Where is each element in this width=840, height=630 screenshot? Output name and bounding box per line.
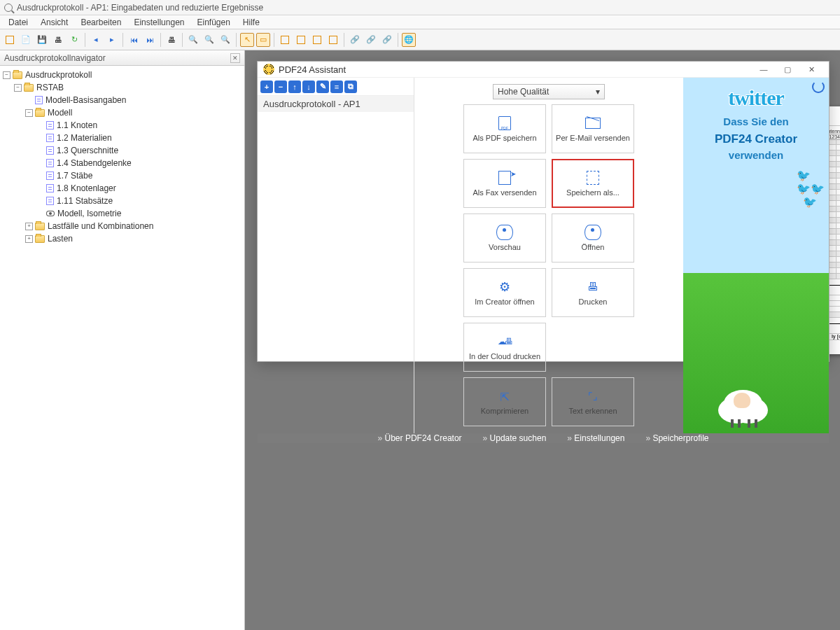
dialog-actions: Hohe Qualität▾ Als PDF speichern Per E-M…	[414, 78, 683, 433]
tb-doc4-icon[interactable]	[326, 33, 340, 47]
pdf24-dialog: PDF24 Assistant — ▢ ✕ + − ↑ ↓ ✎ ≡ ⧉ Ausd…	[257, 61, 830, 362]
tb-first-icon[interactable]: ◂	[89, 33, 103, 47]
tb-cursor-icon[interactable]: ↖	[240, 33, 254, 47]
save-as-icon	[584, 170, 601, 186]
tb-zoom-out-icon[interactable]: 🔍	[218, 33, 232, 47]
tree-lastfaelle[interactable]: +Lastfälle und Kombinationen	[1, 220, 243, 232]
tb-skip-back-icon[interactable]: ⏮	[127, 33, 141, 47]
menu-datei[interactable]: Datei	[3, 16, 34, 29]
app-icon	[4, 4, 13, 12]
tb-doc1-icon[interactable]	[278, 33, 292, 47]
tree-item[interactable]: 1.3 Querschnitte	[1, 144, 243, 157]
tb-zoom-in-icon[interactable]: 🔍	[202, 33, 216, 47]
close-button[interactable]: ✕	[799, 62, 823, 77]
tree-item[interactable]: 1.4 Stabendgelenke	[1, 157, 243, 169]
chevron-down-icon: ▾	[596, 87, 600, 97]
menu-hilfe[interactable]: Hilfe	[237, 16, 265, 29]
document-list-item[interactable]: Ausdruckprotokoll - AP1	[258, 96, 414, 112]
dialog-sidebar: + − ↑ ↓ ✎ ≡ ⧉ Ausdruckprotokoll - AP1	[258, 78, 414, 433]
window-title: Ausdruckprotokoll - AP1: Eingabedaten un…	[17, 3, 263, 13]
navigator-panel: Ausdruckprotokollnavigator ✕ −Ausdruckpr…	[0, 50, 245, 630]
mail-icon	[584, 115, 601, 131]
add-icon[interactable]: +	[260, 80, 273, 93]
tree-root[interactable]: −Ausdruckprotokoll	[1, 69, 243, 81]
quality-select[interactable]: Hohe Qualität▾	[493, 84, 605, 99]
menu-einstellungen[interactable]: Einstellungen	[128, 16, 190, 29]
tree-rstab[interactable]: −RSTAB	[1, 81, 243, 94]
footer-profiles[interactable]: Speicherprofile	[645, 433, 708, 443]
minimize-button[interactable]: —	[752, 62, 776, 77]
tile-cloud-print[interactable]: In der Cloud drucken	[463, 323, 546, 372]
remove-icon[interactable]: −	[274, 80, 287, 93]
tb-save-icon[interactable]: 💾	[35, 33, 49, 47]
twitter-logo: twitter	[683, 78, 829, 110]
menu-einfuegen[interactable]: Einfügen	[191, 16, 235, 29]
tree-lasten[interactable]: +Lasten	[1, 232, 243, 245]
tb-zoom-fit-icon[interactable]: 🔍	[186, 33, 200, 47]
tile-email[interactable]: Per E-Mail versenden	[552, 104, 634, 153]
tile-creator[interactable]: Im Creator öffnen	[463, 268, 546, 317]
tb-refresh-icon[interactable]: ↻	[67, 33, 81, 47]
pdf24-logo-icon	[263, 64, 274, 75]
pdf-icon	[496, 115, 513, 131]
tb-skip-fwd-icon[interactable]: ⏭	[143, 33, 157, 47]
promo-panel: twitter Dass Sie den PDF24 Creator verwe…	[683, 78, 829, 433]
tile-compress[interactable]: Komprimieren	[463, 377, 546, 426]
open-icon	[584, 225, 601, 240]
down-icon[interactable]: ↓	[302, 80, 315, 93]
tree-modell-basis[interactable]: Modell-Basisangaben	[1, 94, 243, 106]
tb-print2-icon[interactable]: 🖶	[164, 33, 178, 47]
tree-item[interactable]: 1.11 Stabsätze	[1, 195, 243, 207]
maximize-button[interactable]: ▢	[776, 62, 799, 77]
main-toolbar: 📄 💾 🖶 ↻ ◂ ▸ ⏮ ⏭ 🖶 🔍 🔍 🔍 ↖ ▭ 🔗 🔗 🔗 🌐	[0, 29, 840, 50]
menu-bearbeiten[interactable]: Bearbeiten	[75, 16, 127, 29]
sheep-mascot-icon	[718, 389, 767, 428]
tb-link3-icon[interactable]: 🔗	[380, 33, 394, 47]
dialog-footer: Über PDF24 Creator Update suchen Einstel…	[258, 433, 829, 443]
tb-new-icon[interactable]	[3, 33, 17, 47]
navigator-close-icon[interactable]: ✕	[230, 53, 240, 63]
tb-globe-icon[interactable]: 🌐	[402, 33, 416, 47]
footer-settings[interactable]: Einstellungen	[567, 433, 624, 443]
tb-link2-icon[interactable]: 🔗	[364, 33, 378, 47]
tile-ocr[interactable]: Text erkennen	[552, 377, 634, 426]
menu-bar: Datei Ansicht Bearbeiten Einstellungen E…	[0, 15, 840, 29]
ocr-icon	[584, 388, 601, 404]
promo-text: Dass Sie den PDF24 Creator verwenden	[683, 114, 829, 164]
tile-print[interactable]: Drucken	[552, 268, 634, 317]
fax-icon	[496, 170, 513, 186]
preview-icon	[496, 225, 513, 240]
tile-preview[interactable]: Vorschau	[463, 214, 546, 262]
footer-about[interactable]: Über PDF24 Creator	[378, 433, 462, 443]
window-title-bar: Ausdruckprotokoll - AP1: Eingabedaten un…	[0, 0, 840, 15]
tree-item[interactable]: 1.7 Stäbe	[1, 169, 243, 182]
tb-play-icon[interactable]: ▸	[105, 33, 119, 47]
tb-open-icon[interactable]: 📄	[19, 33, 33, 47]
tile-open[interactable]: Öffnen	[552, 214, 634, 262]
tile-save-pdf[interactable]: Als PDF speichern	[463, 104, 546, 153]
tb-print-icon[interactable]: 🖶	[51, 33, 65, 47]
up-icon[interactable]: ↑	[288, 80, 301, 93]
tree-item[interactable]: 1.1 Knoten	[1, 119, 243, 132]
tb-select-icon[interactable]: ▭	[256, 33, 270, 47]
tb-link1-icon[interactable]: 🔗	[348, 33, 362, 47]
tree-item[interactable]: Modell, Isometrie	[1, 207, 243, 220]
dialog-sidebar-toolbar: + − ↑ ↓ ✎ ≡ ⧉	[258, 78, 414, 96]
dialog-title-bar: PDF24 Assistant — ▢ ✕	[258, 62, 829, 78]
refresh-icon[interactable]	[812, 80, 825, 93]
compress-icon	[496, 388, 513, 404]
tb-doc3-icon[interactable]	[310, 33, 324, 47]
tree-modell[interactable]: −Modell	[1, 106, 243, 119]
tile-fax[interactable]: Als Fax versenden	[463, 159, 546, 208]
edit-icon[interactable]: ✎	[316, 80, 329, 93]
tree-item[interactable]: 1.2 Materialien	[1, 132, 243, 144]
tree-item[interactable]: 1.8 Knotenlager	[1, 182, 243, 195]
dialog-title: PDF24 Assistant	[279, 64, 346, 75]
tile-save-as[interactable]: Speichern als...	[552, 159, 634, 208]
footer-update[interactable]: Update suchen	[483, 433, 547, 443]
merge-icon[interactable]: ⧉	[344, 80, 357, 93]
bird-icon: 🐦🐦🐦 🐦	[797, 169, 825, 209]
list-icon[interactable]: ≡	[330, 80, 343, 93]
tb-doc2-icon[interactable]	[294, 33, 308, 47]
menu-ansicht[interactable]: Ansicht	[35, 16, 74, 29]
